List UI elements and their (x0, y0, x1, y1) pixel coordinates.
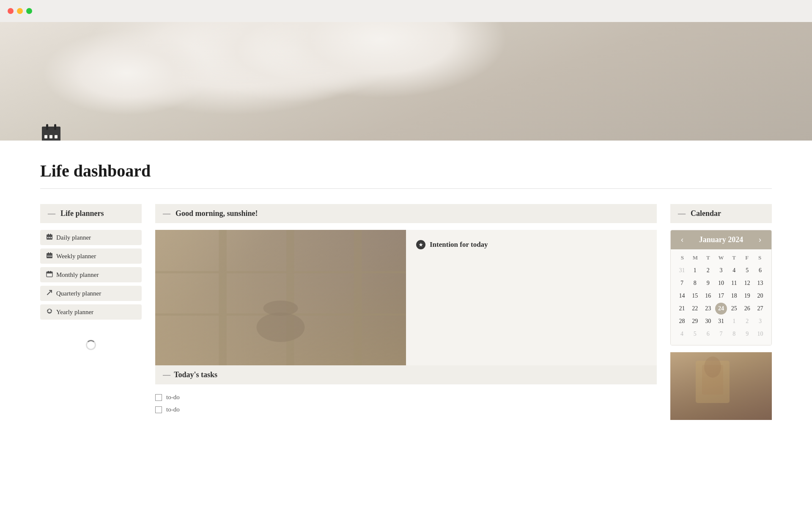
svg-rect-25 (50, 271, 51, 273)
calendar-day-24[interactable]: 24 (715, 303, 727, 315)
calendar-day-11[interactable]: 11 (728, 277, 740, 289)
calendar-day-12[interactable]: 12 (741, 277, 753, 289)
calendar-prev-button[interactable]: ‹ (678, 235, 687, 244)
calendar-day-5[interactable]: 5 (689, 328, 701, 340)
page-title: Life dashboard (40, 161, 772, 181)
star-icon: ★ (416, 240, 425, 249)
calendar-day-15[interactable]: 15 (689, 290, 701, 302)
task-label-1: to-do (166, 394, 180, 401)
svg-rect-18 (47, 256, 48, 257)
svg-point-36 (263, 301, 298, 316)
tasks-section: — Today's tasks to-do to-do (155, 365, 657, 416)
greeting-content: ★ Intention for today (155, 230, 657, 365)
calendar-day-8[interactable]: 8 (728, 328, 740, 340)
calendar-day-18[interactable]: 18 (728, 290, 740, 302)
calendar-day-30[interactable]: 30 (702, 315, 714, 327)
calendar-day-31[interactable]: 31 (676, 265, 688, 276)
calendar-day-4[interactable]: 4 (676, 328, 688, 340)
calendar-day-17[interactable]: 17 (715, 290, 727, 302)
calendar-header: ‹ January 2024 › (671, 230, 771, 249)
svg-rect-13 (51, 237, 52, 238)
yearly-planner-label: Yearly planner (56, 309, 93, 316)
calendar-day-28[interactable]: 28 (676, 315, 688, 327)
monthly-planner-label: Monthly planner (56, 271, 99, 279)
calendar-day-5[interactable]: 5 (741, 265, 753, 276)
svg-rect-23 (47, 272, 52, 273)
monthly-planner-button[interactable]: Monthly planner (40, 267, 142, 282)
task-checkbox-1[interactable] (155, 394, 162, 401)
tasks-dash: — (163, 370, 170, 379)
svg-line-26 (47, 290, 52, 295)
calendar-section: — Calendar ‹ January 2024 › S M T W T (670, 204, 772, 420)
calendar-day-3[interactable]: 3 (754, 315, 766, 327)
title-divider (40, 188, 772, 189)
intention-placeholder[interactable] (416, 254, 647, 305)
day-header-tue: T (702, 254, 715, 261)
svg-rect-8 (47, 235, 52, 236)
close-button[interactable] (8, 8, 14, 14)
greeting-dash: — (163, 209, 170, 218)
weekly-planner-button[interactable]: Weekly planner (40, 248, 142, 264)
svg-rect-17 (50, 252, 51, 254)
calendar-day-20[interactable]: 20 (754, 290, 766, 302)
calendar-day-8[interactable]: 8 (689, 277, 701, 289)
main-content: — Good morning, sunshine! (155, 204, 657, 416)
calendar-day-2[interactable]: 2 (741, 315, 753, 327)
svg-rect-6 (55, 135, 58, 138)
quarterly-planner-icon (46, 289, 53, 298)
calendar-day-9[interactable]: 9 (702, 277, 714, 289)
svg-rect-3 (54, 124, 56, 130)
calendar-day-1[interactable]: 1 (728, 315, 740, 327)
calendar-day-16[interactable]: 16 (702, 290, 714, 302)
calendar-day-1[interactable]: 1 (689, 265, 701, 276)
svg-rect-4 (44, 135, 47, 138)
day-header-sat: S (753, 254, 766, 261)
day-header-fri: F (741, 254, 754, 261)
calendar-day-10[interactable]: 10 (715, 277, 727, 289)
calendar-next-button[interactable]: › (755, 235, 765, 244)
calendar-grid: S M T W T F S 31123456789101112131415161… (671, 249, 771, 345)
quarterly-planner-button[interactable]: Quarterly planner (40, 286, 142, 301)
calendar-day-31[interactable]: 31 (715, 315, 727, 327)
maximize-button[interactable] (26, 8, 32, 14)
calendar-day-21[interactable]: 21 (676, 303, 688, 315)
calendar-day-23[interactable]: 23 (702, 303, 714, 315)
calendar-day-6[interactable]: 6 (754, 265, 766, 276)
calendar-day-2[interactable]: 2 (702, 265, 714, 276)
svg-rect-12 (49, 237, 50, 238)
yearly-planner-button[interactable]: Yearly planner (40, 304, 142, 320)
day-header-wed: W (715, 254, 728, 261)
calendar-day-9[interactable]: 9 (741, 328, 753, 340)
daily-planner-button[interactable]: Daily planner (40, 230, 142, 245)
calendar-day-14[interactable]: 14 (676, 290, 688, 302)
task-checkbox-2[interactable] (155, 406, 162, 413)
calendar-day-13[interactable]: 13 (754, 277, 766, 289)
intention-title: Intention for today (430, 240, 488, 249)
calendar-day-19[interactable]: 19 (741, 290, 753, 302)
calendar-day-7[interactable]: 7 (715, 328, 727, 340)
hero-banner (0, 22, 812, 141)
calendar-day-10[interactable]: 10 (754, 328, 766, 340)
svg-rect-21 (51, 256, 52, 257)
svg-point-28 (47, 310, 49, 311)
intention-box: ★ Intention for today (406, 230, 657, 365)
yearly-planner-icon (46, 308, 53, 316)
minimize-button[interactable] (17, 8, 23, 14)
main-container: Life dashboard — Life planners (0, 141, 812, 445)
svg-rect-10 (50, 234, 51, 235)
calendar-day-22[interactable]: 22 (689, 303, 701, 315)
task-label-2: to-do (166, 406, 180, 413)
svg-rect-1 (42, 127, 60, 132)
titlebar (0, 0, 812, 22)
page-icon (40, 122, 62, 141)
greeting-section-header: — Good morning, sunshine! (155, 204, 657, 223)
monthly-planner-icon (46, 271, 53, 279)
calendar-day-4[interactable]: 4 (728, 265, 740, 276)
calendar-day-29[interactable]: 29 (689, 315, 701, 327)
calendar-day-6[interactable]: 6 (702, 328, 714, 340)
calendar-day-3[interactable]: 3 (715, 265, 727, 276)
calendar-day-7[interactable]: 7 (676, 277, 688, 289)
calendar-day-25[interactable]: 25 (728, 303, 740, 315)
calendar-day-26[interactable]: 26 (741, 303, 753, 315)
calendar-day-27[interactable]: 27 (754, 303, 766, 315)
